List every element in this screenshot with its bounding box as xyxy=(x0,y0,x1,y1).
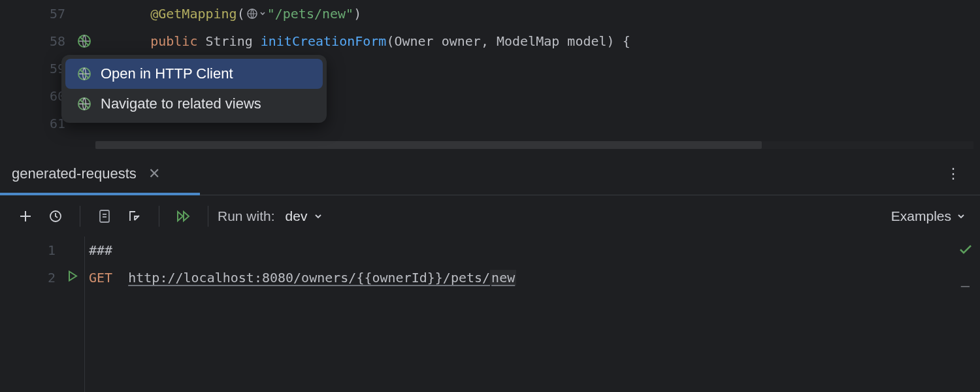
close-icon[interactable]: ✕ xyxy=(148,165,160,182)
run-with-label: Run with: xyxy=(218,208,275,224)
tab-generated-requests[interactable]: generated-requests ✕ xyxy=(0,152,172,195)
menu-item-open-http-client[interactable]: Open in HTTP Client xyxy=(65,59,323,89)
toolbar-separator xyxy=(80,206,80,227)
line-number: 2 xyxy=(48,270,56,286)
svg-rect-8 xyxy=(100,210,109,222)
globe-icon xyxy=(77,67,91,81)
examples-label: Examples xyxy=(891,208,951,224)
tab-options-menu[interactable]: ⋮ xyxy=(928,165,980,182)
menu-item-navigate-views[interactable]: Navigate to related views xyxy=(65,89,323,119)
line-number: 58 xyxy=(50,33,65,49)
http-method: GET xyxy=(89,270,112,286)
run-with-value: dev xyxy=(286,208,308,224)
horizontal-scrollbar[interactable] xyxy=(95,139,980,152)
run-all-button[interactable] xyxy=(171,204,196,229)
convert-button[interactable] xyxy=(92,204,117,229)
import-icon xyxy=(127,209,142,223)
menu-item-label: Open in HTTP Client xyxy=(101,65,233,82)
http-line: GET http://localhost:8080/owners/{{owner… xyxy=(89,264,980,291)
plus-icon xyxy=(18,209,33,223)
http-gutter: 1 2 xyxy=(0,237,85,392)
request-separator: ### xyxy=(89,242,112,258)
url-globe-icon[interactable] xyxy=(245,8,267,20)
toolbar-separator xyxy=(159,206,159,227)
active-tab-indicator xyxy=(0,193,200,195)
run-request-gutter-icon[interactable] xyxy=(66,270,79,286)
toolbar-separator xyxy=(208,206,208,227)
add-request-button[interactable] xyxy=(13,204,38,229)
http-toolbar: Run with: dev Examples xyxy=(0,195,980,237)
http-code-area[interactable]: ### GET http://localhost:8080/owners/{{o… xyxy=(85,237,980,392)
chevron-down-icon xyxy=(259,10,266,17)
document-icon xyxy=(98,209,111,223)
java-editor: 57 58 59 60 61 @GetMapping("/pets/new") … xyxy=(0,0,980,152)
chevron-down-icon xyxy=(314,212,323,221)
run-with-selector[interactable]: Run with: dev xyxy=(218,208,323,224)
code-line: public String initCreationForm(Owner own… xyxy=(86,27,980,55)
import-button[interactable] xyxy=(122,204,147,229)
editor-tabs: generated-requests ✕ ⋮ xyxy=(0,152,980,195)
line-number: 57 xyxy=(50,6,65,22)
line-number: 1 xyxy=(48,242,56,258)
http-editor: 1 2 ### GET http://localhost:8080/owners… xyxy=(0,237,980,392)
http-url: http://localhost:8080/owners/{{ownerId}}… xyxy=(128,270,516,286)
history-button[interactable] xyxy=(43,204,68,229)
tab-label: generated-requests xyxy=(12,165,137,182)
clock-icon xyxy=(48,209,63,223)
gutter-context-menu: Open in HTTP Client Navigate to related … xyxy=(61,55,327,123)
examples-dropdown[interactable]: Examples xyxy=(891,208,966,224)
globe-icon xyxy=(77,97,91,111)
code-line: @GetMapping("/pets/new") xyxy=(86,0,980,27)
chevron-down-icon xyxy=(956,212,966,221)
double-play-icon xyxy=(176,209,191,223)
status-indicator: — xyxy=(961,277,970,293)
http-line: ### xyxy=(89,237,980,264)
inspection-status-icon[interactable] xyxy=(958,242,973,261)
menu-item-label: Navigate to related views xyxy=(101,95,261,112)
